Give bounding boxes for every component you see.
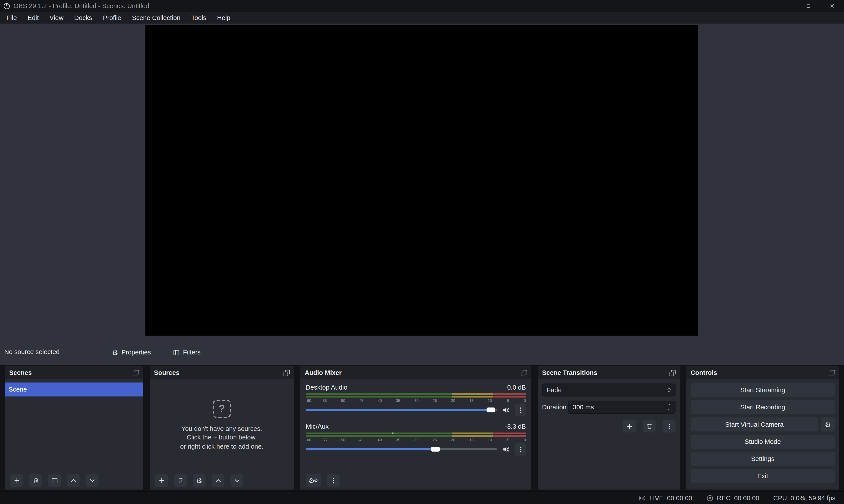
mute-button[interactable] [502,406,510,414]
slider-handle[interactable] [487,408,495,412]
meter-scale: -60-55-50-45-40-35-30-25-20-15-10-50 [306,398,526,403]
sources-toolbar: ⚙ [150,471,294,489]
scene-transitions-panel: Scene Transitions Fade Duration 300 ms [537,366,681,490]
virtual-camera-settings-button[interactable]: ⚙ [821,417,835,432]
move-scene-up-button[interactable] [67,474,80,487]
scene-transitions-popout-button[interactable] [669,370,676,376]
volume-slider[interactable] [306,409,497,411]
studio-mode-button[interactable]: Studio Mode [691,435,835,449]
obs-window: OBS 29.1.2 - Profile: Untitled - Scenes:… [0,0,844,504]
maximize-button[interactable] [796,0,820,12]
sources-popout-button[interactable] [283,370,290,376]
remove-scene-button[interactable] [29,474,42,487]
channel-options-button[interactable] [515,443,526,456]
plus-icon [158,477,165,484]
popout-icon [828,370,836,376]
transition-options-button[interactable] [663,420,675,433]
scene-list-item[interactable]: Scene [5,382,143,397]
scenes-list[interactable]: Scene [5,379,143,471]
minimize-button[interactable] [773,0,797,12]
trash-icon [32,477,39,484]
menu-scene-collection[interactable]: Scene Collection [127,12,186,24]
channel-options-button[interactable] [515,403,526,416]
settings-button[interactable]: Settings [691,452,835,466]
menu-docks[interactable]: Docks [69,12,98,24]
gear-icon: ⚙ [112,349,119,356]
live-status: LIVE: 00:00:00 [638,494,692,502]
scene-transitions-title: Scene Transitions [542,369,597,376]
move-source-up-button[interactable] [212,474,225,487]
channel-name: Mic/Aux [306,423,505,430]
controls-popout-button[interactable] [828,370,836,376]
move-source-down-button[interactable] [230,474,243,487]
popout-icon [669,370,676,376]
scene-transitions-body: Fade Duration 300 ms [538,379,680,489]
controls-panel: Controls Start Streaming Start Recording… [686,366,840,490]
start-recording-button[interactable]: Start Recording [691,400,835,414]
volume-meter [306,432,526,437]
slider-handle[interactable] [431,447,440,451]
filters-label: Filters [183,348,200,356]
preview-area: No source selected ⚙ Properties Filters [0,24,844,365]
empty-state-line: Click the + button below, [187,433,257,442]
move-scene-down-button[interactable] [86,474,99,487]
start-streaming-button[interactable]: Start Streaming [691,383,835,397]
menu-tools[interactable]: Tools [186,12,212,24]
mute-button[interactable] [502,445,510,453]
chevron-down-icon [233,477,240,484]
menu-profile[interactable]: Profile [98,12,127,24]
menu-edit[interactable]: Edit [22,12,44,24]
duration-spinbox[interactable]: 300 ms [568,401,675,414]
properties-label: Properties [122,348,151,356]
volume-meter [306,393,526,398]
start-virtual-camera-button[interactable]: Start Virtual Camera [691,417,818,432]
sources-list[interactable]: ? You don't have any sources. Click the … [150,379,294,471]
filters-button[interactable]: Filters [168,345,206,360]
menu-view[interactable]: View [44,12,69,24]
gear-icon: ⚙ [825,421,831,428]
duration-label: Duration [542,403,568,411]
source-status-text: No source selected [4,348,60,356]
live-time: LIVE: 00:00:00 [649,494,692,502]
audio-mixer-body: Desktop Audio 0.0 dB -60-55-50-45-40-35-… [300,379,531,471]
filter-icon [51,477,58,484]
mixer-options-button[interactable] [327,474,340,487]
combo-arrows-icon[interactable] [666,386,672,394]
rec-time: REC: 00:00:00 [717,494,759,502]
close-icon [829,3,835,9]
add-source-button[interactable] [155,474,168,487]
preview-canvas[interactable] [145,25,698,336]
exit-button[interactable]: Exit [691,469,835,483]
audio-mixer-popout-button[interactable] [521,370,528,376]
duration-value: 300 ms [573,403,666,411]
trash-icon [646,422,653,430]
kebab-icon [517,407,524,414]
window-title: OBS 29.1.2 - Profile: Untitled - Scenes:… [13,2,149,10]
add-scene-button[interactable] [10,474,23,487]
properties-button[interactable]: ⚙ Properties [107,345,156,360]
advanced-audio-properties-button[interactable]: ⚙⚙ [306,474,321,487]
scenes-title: Scenes [9,369,32,376]
cpu-status: CPU: 0.0%, 59.94 fps [773,494,836,502]
close-button[interactable] [820,0,844,12]
scene-item-label: Scene [8,385,27,393]
source-properties-button[interactable]: ⚙ [193,474,206,487]
add-transition-button[interactable] [623,420,636,433]
speaker-icon [502,406,510,414]
volume-slider[interactable] [306,448,497,450]
menu-file[interactable]: File [1,12,22,24]
remove-transition-button[interactable] [643,420,656,433]
mixer-channel-desktop-audio: Desktop Audio 0.0 dB -60-55-50-45-40-35-… [306,382,526,415]
scenes-popout-button[interactable] [133,370,140,376]
chevron-up-icon [70,477,77,484]
audio-mixer-header: Audio Mixer [300,366,531,379]
transition-select[interactable]: Fade [542,384,676,397]
spin-down-icon[interactable] [666,408,672,412]
question-mark-icon: ? [213,399,231,418]
scene-filters-button[interactable] [48,474,61,487]
spin-up-icon[interactable] [666,403,672,407]
remove-source-button[interactable] [174,474,187,487]
signal-icon [638,494,646,502]
cpu-fps-text: CPU: 0.0%, 59.94 fps [773,494,836,502]
menu-help[interactable]: Help [212,12,235,24]
